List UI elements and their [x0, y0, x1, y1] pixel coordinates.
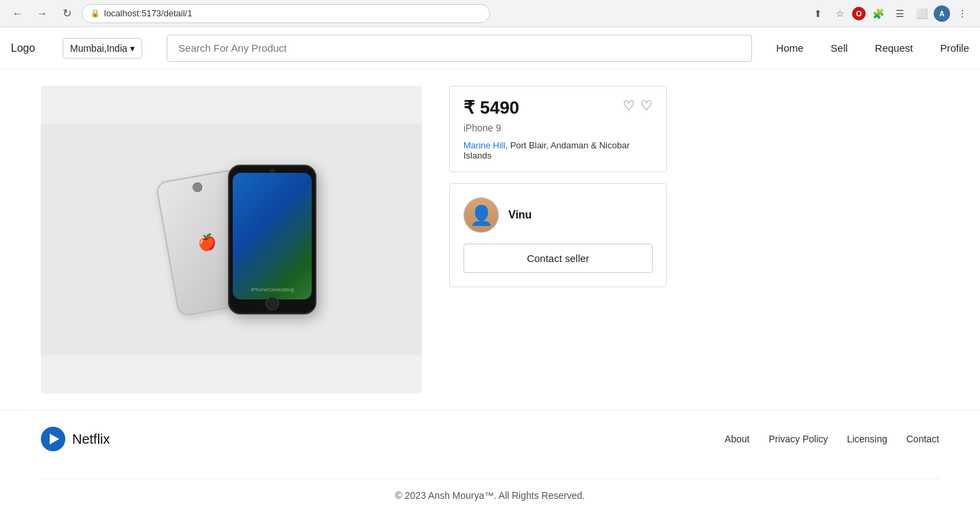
site-logo[interactable]: Logo — [11, 42, 52, 54]
seller-info: Vinu — [463, 197, 653, 233]
search-input[interactable] — [167, 35, 752, 62]
browser-toolbar: ⬆ ☆ O 🧩 ☰ ⬜ A ⋮ — [808, 4, 972, 23]
product-image-front-phone: iPhoneGeeksblog — [228, 165, 316, 314]
phone-screen: iPhoneGeeksblog — [233, 173, 312, 299]
footer-about[interactable]: About — [725, 434, 750, 444]
search-container — [167, 35, 752, 62]
location-city-highlight: Marine Hill — [463, 140, 505, 150]
wishlist-heart-2[interactable]: ♡ — [640, 97, 653, 114]
opera-icon: O — [852, 7, 866, 20]
nav-home[interactable]: Home — [777, 42, 804, 54]
product-info-card: ₹ 5490 ♡ ♡ iPhone 9 Marine Hill, Port Bl… — [449, 86, 667, 393]
wishlist-heart-1[interactable]: ♡ — [623, 97, 635, 114]
footer-main: Netflix About Privacy Policy Licensing C… — [41, 427, 939, 451]
seller-avatar — [463, 197, 499, 233]
footer-contact[interactable]: Contact — [906, 434, 939, 444]
tab-organizer-button[interactable]: ☰ — [890, 4, 909, 23]
product-image: 🍎 iPhoneGeeksblog — [41, 124, 422, 355]
footer-links: About Privacy Policy Licensing Contact — [725, 434, 939, 444]
dropdown-arrow-icon: ▾ — [130, 43, 135, 54]
location-text: Mumbai,India — [70, 43, 127, 54]
product-name: iPhone 9 — [463, 123, 653, 133]
window-button[interactable]: ⬜ — [912, 4, 931, 23]
nav-request[interactable]: Request — [875, 42, 913, 54]
price-section: ₹ 5490 ♡ ♡ iPhone 9 Marine Hill, Port Bl… — [449, 86, 667, 172]
back-button[interactable]: ← — [8, 4, 27, 23]
lock-icon: 🔒 — [91, 9, 100, 18]
main-content: 🍎 iPhoneGeeksblog ₹ 5490 ♡ — [0, 69, 980, 410]
forward-button[interactable]: → — [33, 4, 52, 23]
footer-copyright: © 2023 Ansh Mourya™. All Rights Reserved… — [41, 478, 939, 501]
footer-brand: Netflix — [41, 427, 110, 451]
play-triangle — [50, 434, 59, 444]
home-button — [265, 297, 279, 310]
navbar: Logo Mumbai,India ▾ Home Sell Request Pr… — [0, 27, 980, 69]
seller-name: Vinu — [508, 209, 532, 221]
wishlist-icons: ♡ ♡ — [623, 97, 653, 114]
play-button-icon[interactable] — [41, 427, 65, 451]
product-location: Marine Hill, Port Blair, Andaman & Nicob… — [463, 140, 653, 161]
brand-name: Netflix — [72, 431, 110, 447]
url-text: localhost:5173/detail/1 — [104, 8, 192, 18]
nav-profile[interactable]: Profile — [940, 42, 969, 54]
price-row: ₹ 5490 ♡ ♡ — [463, 97, 653, 118]
location-button[interactable]: Mumbai,India ▾ — [63, 38, 142, 59]
reload-button[interactable]: ↻ — [57, 4, 76, 23]
seller-card: Vinu Contact seller — [449, 183, 667, 287]
extensions-button[interactable]: 🧩 — [868, 4, 887, 23]
product-price: ₹ 5490 — [463, 97, 519, 118]
menu-button[interactable]: ⋮ — [953, 4, 972, 23]
browser-profile-icon[interactable]: A — [934, 5, 950, 22]
footer: Netflix About Privacy Policy Licensing C… — [0, 410, 980, 505]
browser-chrome: ← → ↻ 🔒 localhost:5173/detail/1 ⬆ ☆ O 🧩 … — [0, 0, 980, 27]
nav-links: Home Sell Request Profile — [777, 42, 969, 54]
nav-sell[interactable]: Sell — [831, 42, 848, 54]
address-bar[interactable]: 🔒 localhost:5173/detail/1 — [82, 4, 490, 23]
footer-privacy-policy[interactable]: Privacy Policy — [768, 434, 828, 444]
share-button[interactable]: ⬆ — [808, 4, 828, 23]
contact-seller-button[interactable]: Contact seller — [463, 244, 653, 273]
product-image-container: 🍎 iPhoneGeeksblog — [41, 86, 422, 393]
bookmark-button[interactable]: ☆ — [830, 4, 849, 23]
footer-licensing[interactable]: Licensing — [847, 434, 887, 444]
